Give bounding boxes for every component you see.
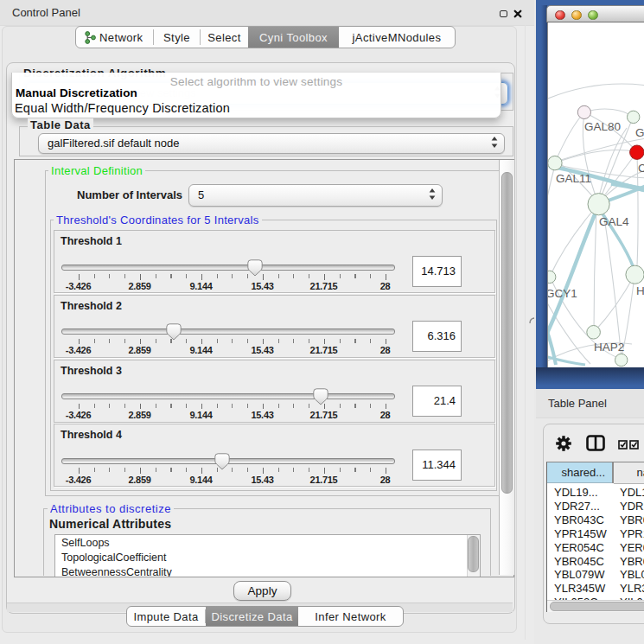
- svg-text:GAL80: GAL80: [584, 120, 621, 133]
- svg-text:GCY1: GCY1: [547, 287, 577, 300]
- svg-text:C: C: [638, 162, 644, 175]
- svg-text:GAL4: GAL4: [599, 215, 629, 228]
- svg-text:GA: GA: [635, 126, 644, 139]
- svg-text:H: H: [636, 284, 644, 297]
- svg-text:GAL11: GAL11: [556, 172, 591, 185]
- svg-text:HAP2: HAP2: [594, 341, 624, 354]
